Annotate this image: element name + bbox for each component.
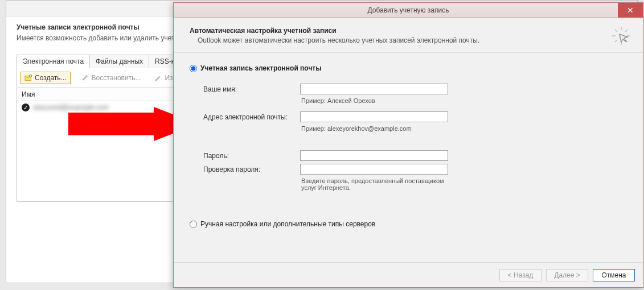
tab-label: Файлы данных bbox=[96, 57, 143, 65]
dialog-header-title: Автоматическая настройка учетной записи bbox=[190, 27, 627, 35]
close-icon: ✕ bbox=[627, 6, 634, 15]
back-button: < Назад bbox=[499, 269, 542, 281]
dialog-titlebar: Добавить учетную запись ✕ bbox=[174, 3, 643, 18]
new-account-button[interactable]: Создать... bbox=[20, 72, 71, 84]
tab-datafiles[interactable]: Файлы данных bbox=[89, 55, 149, 68]
radio-email-label: Учетная запись электронной почты bbox=[200, 64, 322, 72]
pencil-icon bbox=[154, 74, 162, 82]
toolbar-restore-label: Восстановить... bbox=[92, 74, 141, 82]
radio-email-account[interactable]: Учетная запись электронной почты bbox=[190, 64, 627, 72]
radio-email-input[interactable] bbox=[190, 65, 197, 72]
add-account-dialog: Добавить учетную запись ✕ Автоматическая… bbox=[173, 2, 643, 288]
password-input[interactable] bbox=[300, 150, 448, 161]
name-input[interactable] bbox=[300, 84, 448, 94]
radio-manual-label: Ручная настройка или дополнительные типы… bbox=[200, 220, 375, 228]
close-button[interactable]: ✕ bbox=[618, 3, 643, 18]
new-mail-icon bbox=[24, 74, 32, 82]
cancel-button[interactable]: Отмена bbox=[593, 269, 635, 281]
password-confirm-label: Проверка пароля: bbox=[203, 165, 300, 173]
name-hint: Пример: Алексей Орехов bbox=[300, 97, 448, 109]
password-confirm-input[interactable] bbox=[300, 164, 448, 175]
toolbar-new-label: Создать... bbox=[35, 74, 67, 82]
divider bbox=[174, 52, 643, 53]
email-input[interactable] bbox=[300, 111, 448, 122]
email-hint: Пример: alexeyorekhov@example.com bbox=[300, 125, 448, 136]
dialog-title: Добавить учетную запись bbox=[174, 6, 643, 14]
email-label: Адрес электронной почты: bbox=[203, 113, 300, 121]
tab-label: Электронная почта bbox=[23, 57, 84, 65]
password-hint: Введите пароль, предоставленный поставщи… bbox=[300, 177, 448, 196]
tab-email[interactable]: Электронная почта bbox=[17, 55, 90, 68]
dialog-footer: < Назад Далее > Отмена bbox=[174, 262, 643, 287]
restore-account-button[interactable]: Восстановить... bbox=[79, 72, 144, 84]
next-button: Далее > bbox=[546, 269, 588, 281]
radio-manual-input[interactable] bbox=[190, 221, 197, 228]
auto-setup-form: Ваше имя: Пример: Алексей Орехов Адрес э… bbox=[203, 84, 627, 196]
default-check-icon: ✓ bbox=[22, 103, 30, 111]
dialog-header-subtitle: Outlook может автоматически настроить не… bbox=[198, 36, 627, 44]
password-label: Пароль: bbox=[203, 152, 300, 160]
cursor-sparkle-icon bbox=[611, 26, 631, 46]
name-label: Ваше имя: bbox=[203, 85, 300, 93]
account-email-obscured: obscured@example.com bbox=[33, 103, 109, 111]
wrench-icon bbox=[81, 74, 89, 82]
radio-manual-setup[interactable]: Ручная настройка или дополнительные типы… bbox=[190, 220, 375, 228]
